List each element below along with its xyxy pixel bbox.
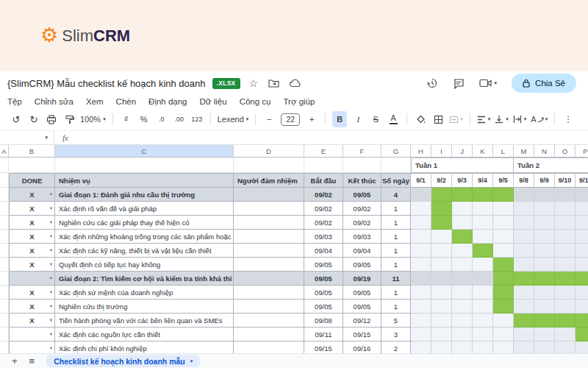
gantt-cell[interactable] [514,230,534,244]
date-header-7[interactable]: 9/10 [555,173,576,188]
gantt-cell[interactable] [514,258,534,272]
gantt-cell[interactable] [576,258,588,272]
cell-empty[interactable] [234,158,304,173]
gantt-cell[interactable] [452,286,473,300]
gantt-cell[interactable] [411,188,431,202]
sheet-tab-menu-icon[interactable]: ▾ [190,358,193,364]
gantt-bar-cell[interactable] [534,272,555,286]
start-cell[interactable]: 09/08 [304,314,343,328]
owner-cell[interactable] [234,202,304,216]
decrease-decimals-icon[interactable]: .0 [155,111,168,127]
owner-cell[interactable] [234,314,304,328]
start-cell[interactable]: 09/11 [304,328,343,342]
add-sheet-icon[interactable]: + [12,356,18,366]
column-header-D[interactable]: D [234,145,304,158]
gantt-bar-cell[interactable] [576,328,588,342]
start-cell[interactable]: 09/05 [304,272,343,286]
menu-item-0[interactable]: Tệp [7,97,22,106]
date-header-8[interactable]: 9/11 [576,173,588,188]
done-cell[interactable]: ▾ [9,272,55,286]
menu-item-7[interactable]: Trợ giúp [283,97,315,106]
gantt-cell[interactable] [473,328,493,342]
gantt-cell[interactable] [473,202,493,216]
more-toolbar-icon[interactable]: ⋮ [562,111,575,127]
gantt-cell[interactable] [555,244,576,258]
horizontal-align-icon[interactable]: ▾ [477,111,491,127]
gantt-cell[interactable] [411,244,431,258]
gantt-cell[interactable] [473,314,493,328]
end-cell[interactable]: 09/05 [343,258,381,272]
days-cell[interactable]: 1 [381,230,411,244]
owner-cell[interactable] [234,272,304,286]
menu-item-3[interactable]: Chèn [116,97,137,106]
cloud-status-icon[interactable] [290,79,301,88]
task-cell[interactable]: Xác định những khoảng trống trong các sả… [55,230,234,244]
task-cell[interactable]: Xác định sứ mệnh của doanh nghiệp [55,286,234,300]
gantt-cell[interactable] [473,258,493,272]
start-cell[interactable]: 09/02 [304,188,343,202]
gantt-cell[interactable] [555,202,576,216]
menu-item-6[interactable]: Công cụ [240,97,271,106]
gantt-cell[interactable] [555,300,576,314]
gantt-cell[interactable] [452,272,473,286]
version-history-icon[interactable] [426,77,438,89]
comment-icon[interactable] [453,78,465,89]
date-header-3[interactable]: 9/4 [473,173,493,188]
owner-cell[interactable] [234,216,304,230]
gantt-cell[interactable] [493,328,514,342]
cell-empty[interactable] [0,188,9,202]
column-header-K[interactable]: K [473,145,493,158]
cell-empty[interactable] [0,300,9,314]
increase-font-size-icon[interactable]: + [305,111,318,127]
text-rotation-icon[interactable]: A ▾ [531,111,548,127]
column-header-N[interactable]: N [534,145,555,158]
currency-format-icon[interactable]: ₫ [120,111,133,127]
end-cell[interactable]: 09/02 [343,216,381,230]
gantt-bar-cell[interactable] [493,188,514,202]
gantt-cell[interactable] [514,188,534,202]
gantt-cell[interactable] [452,300,473,314]
gantt-cell[interactable] [473,272,493,286]
gantt-bar-cell[interactable] [452,188,473,202]
days-cell[interactable]: 11 [381,272,411,286]
gantt-cell[interactable] [411,216,431,230]
gantt-bar-cell[interactable] [555,272,576,286]
cell-empty[interactable] [0,173,9,188]
column-header-G[interactable]: G [381,145,411,158]
gantt-cell[interactable] [514,300,534,314]
days-cell[interactable]: 5 [381,314,411,328]
gantt-cell[interactable] [493,216,514,230]
days-cell[interactable]: 4 [381,188,411,202]
column-header-O[interactable]: O [555,145,576,158]
dropdown-icon[interactable]: ▾ [50,345,52,351]
start-cell[interactable]: 09/04 [304,244,343,258]
font-size-input[interactable]: 22 [281,113,300,126]
gantt-cell[interactable] [431,286,452,300]
gantt-bar-cell[interactable] [473,244,493,258]
done-cell[interactable]: X▾ [9,202,55,216]
task-cell[interactable]: Nghiên cứu thị trường [55,300,234,314]
cell-empty[interactable] [381,158,411,173]
vertical-align-icon[interactable]: ▾ [495,111,509,127]
gantt-cell[interactable] [514,216,534,230]
days-cell[interactable]: 3 [381,328,411,342]
meet-button[interactable]: ▾ [479,79,498,88]
menu-item-4[interactable]: Định dạng [148,97,187,106]
end-cell[interactable]: 09/03 [343,230,381,244]
cell-empty[interactable] [343,158,381,173]
days-cell[interactable]: 1 [381,300,411,314]
task-cell[interactable]: Nghiên cứu các giải pháp thay thế hiện c… [55,216,234,230]
redo-icon[interactable]: ↻ [27,111,40,127]
column-header-A[interactable]: A [0,145,9,158]
end-cell[interactable]: 09/02 [343,202,381,216]
gantt-cell[interactable] [555,230,576,244]
gantt-cell[interactable] [514,244,534,258]
gantt-cell[interactable] [534,188,555,202]
fill-color-icon[interactable] [414,111,427,127]
task-cell[interactable]: Xác định các nguồn lực cần thiết [55,328,234,342]
gantt-cell[interactable] [534,286,555,300]
dropdown-icon[interactable]: ▾ [50,219,52,225]
gantt-cell[interactable] [473,286,493,300]
start-cell[interactable]: 09/05 [304,300,343,314]
gantt-bar-cell[interactable] [555,314,576,328]
